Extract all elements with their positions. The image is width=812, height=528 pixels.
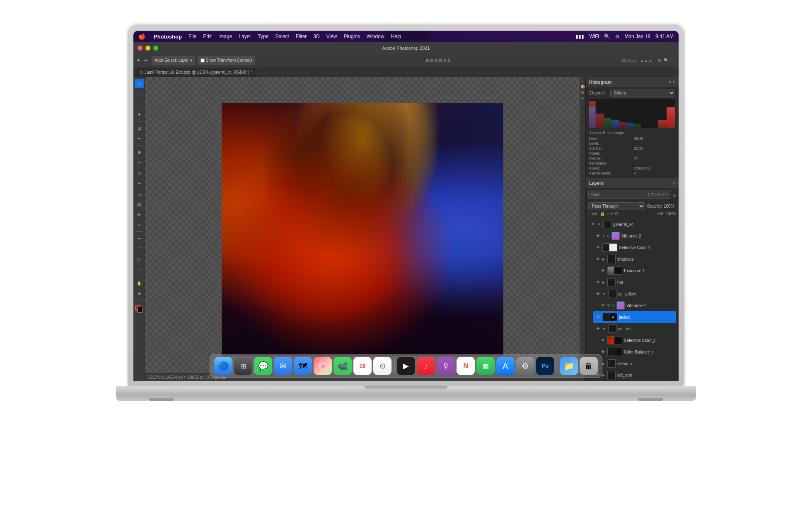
transform-checkbox[interactable] [201,58,205,63]
eye-icon[interactable]: 👁 [595,314,601,320]
eye-icon[interactable]: 👁 [600,303,606,308]
marquee-tool[interactable]: □ [135,89,144,98]
crop-tool[interactable]: ⊡ [135,124,144,133]
dock-messages[interactable]: 💬 [254,357,272,375]
color-swatches[interactable] [135,304,144,313]
histogram-menu-icon[interactable]: ≡ [673,80,675,84]
ps-document-tab[interactable]: ◎ Jamil Portrait 16 Edit.psb @ 12.5% (ge… [135,68,257,77]
menubar-help[interactable]: Help [391,34,401,39]
layer-vibrance1[interactable]: 👁 ▽ ◇ Vibrance 1 [598,300,676,311]
group-arrow-icon[interactable]: ▶ [602,362,605,366]
layers-filter-toggle[interactable]: ⊙ [673,193,676,198]
eraser-tool[interactable]: ◻ [135,189,144,198]
dock-mail[interactable]: ✉ [274,357,292,375]
lasso-tool[interactable]: ⌓ [135,99,144,109]
dock-appletv[interactable]: ▶ [397,357,415,375]
dock-launchpad[interactable]: ⊞ [234,357,252,375]
layer-left-arm[interactable]: 👁 ▶ left_arm [593,369,676,381]
apple-logo-icon[interactable]: 🍎 [138,33,145,40]
close-button[interactable] [138,46,143,51]
group-arrow-icon[interactable]: ▼ [602,327,606,331]
move-tool[interactable]: ⊹ [135,79,144,88]
eye-icon[interactable]: 👁 [600,349,606,355]
dock-system-preferences[interactable]: ⚙ [516,357,534,375]
brush-tool[interactable]: ✏ [135,158,144,167]
menubar-plugins[interactable]: Plugins [344,34,360,39]
dock-photos[interactable]: 🌸 [314,357,332,375]
layer-cleanup[interactable]: 👁 ▶ cleanup [593,358,676,369]
eye-icon[interactable]: 👁 [595,279,601,285]
layer-hat[interactable]: 👁 ▶ hat [593,276,676,288]
layer-cc-red[interactable]: 👁 ▼ cc_red [593,323,676,334]
layer-general-cc[interactable]: 👁 ▼ general_cc [588,218,676,230]
eyedropper-tool[interactable]: ✒ [135,134,144,143]
menubar-type[interactable]: Type [258,34,268,39]
eye-icon[interactable]: 👁 [600,337,606,343]
layer-cc-yellow[interactable]: 👁 ▼ cc_yellow [593,288,676,300]
layers-menu-icon[interactable]: ≡ [673,181,675,185]
histogram-panel-header[interactable]: Histogram ↻ ≡ [586,77,679,87]
dock-finder-2[interactable]: 📁 [560,357,578,375]
menubar-image[interactable]: Image [218,34,232,39]
layer-color-balance-r[interactable]: 👁 Color Balance_r [598,346,676,358]
eye-icon[interactable]: 👁 [595,245,601,250]
zoom-tool[interactable]: ⊕ [135,289,144,298]
layer-jacket[interactable]: 👁 A jacket [593,311,676,323]
menubar-select[interactable]: Select [275,34,289,39]
layer-shadows[interactable]: 👁 ▶ shadows [593,253,676,265]
menubar-siri-icon[interactable]: ⊙ [615,34,619,39]
menubar-app-name[interactable]: Photoshop [154,34,182,40]
group-arrow-icon[interactable]: ▼ [597,223,601,226]
path-select-tool[interactable]: ▷ [135,254,144,264]
dock-news[interactable]: N [457,357,475,375]
maximize-button[interactable] [153,46,158,51]
dock-maps[interactable]: 🗺 [294,357,312,375]
pen-tool[interactable]: ✒ [135,234,144,243]
shape-tool[interactable]: □ [135,265,144,274]
ps-canvas-area[interactable]: 12.5% ⊡ 14204 px × 10692 px (300 ppi) ▶ [145,77,580,381]
eye-icon[interactable]: 👁 [595,326,601,332]
hand-tool[interactable]: ✋ [135,279,144,288]
dock-contacts[interactable]: ⊙ [373,357,392,375]
menubar-file[interactable]: File [188,34,196,39]
menubar-filter[interactable]: Filter [296,34,307,39]
dock-music[interactable]: ♪ [417,357,435,375]
panel-icon-2[interactable]: 🎨 [580,85,584,89]
group-arrow-icon[interactable]: ▶ [602,373,605,377]
eye-icon[interactable]: 👁 [595,233,601,239]
text-tool[interactable]: T [135,244,144,253]
group-arrow-icon[interactable]: ▶ [602,257,605,261]
dock-finder[interactable]: 🔵 [214,357,232,375]
panel-icon-4[interactable]: ⊙ [580,96,584,100]
menubar-layer[interactable]: Layer [239,34,251,39]
blur-tool[interactable]: ◎ [135,210,144,219]
layers-search-bar[interactable]: Kind ⊙ T □ fx ◎ ≡ [588,190,671,199]
dodge-tool[interactable]: ○ [135,220,144,229]
menubar-window[interactable]: Window [367,34,384,39]
group-arrow-icon[interactable]: ▼ [602,292,606,296]
menubar-search-icon[interactable]: 🔍 [604,34,610,39]
layer-selective-color-r[interactable]: 👁 Selective Color_r [598,334,676,346]
dock-numbers[interactable]: ▦ [476,357,495,375]
dock-podcasts[interactable]: 🎙 [437,357,455,375]
gradient-tool[interactable]: ▤ [135,199,144,208]
menubar-edit[interactable]: Edit [203,34,212,39]
history-brush-tool[interactable]: ↩ [135,179,144,188]
dock-appstore[interactable]: A [496,357,515,375]
dock-trash[interactable]: 🗑 [580,357,598,375]
transform-controls-btn[interactable]: Show Transform Controls [198,56,256,65]
search-panel-icon[interactable]: ⊙ [658,58,661,63]
more-icon[interactable]: ⋯ [671,58,675,63]
eye-icon[interactable]: 👁 [600,268,606,274]
dock-calendar[interactable]: 18 [353,357,372,375]
workspace-icon[interactable]: 🔍 [664,58,669,63]
panel-icon-1[interactable]: ↕ [580,79,584,83]
layer-selective-color1[interactable]: 👁 Selective Color 1 [593,242,676,253]
stamp-tool[interactable]: ⊙ [135,168,144,177]
layers-panel-header[interactable]: Layers ≡ [586,178,679,188]
panel-icon-3[interactable]: ⊟ [580,90,584,94]
heal-tool[interactable]: ⊕ [135,148,144,157]
layer-exposure1[interactable]: 👁 Exposure 1 [598,265,676,276]
blend-mode-select[interactable]: Pass Through [588,202,645,210]
histogram-refresh-icon[interactable]: ↻ [668,80,672,84]
